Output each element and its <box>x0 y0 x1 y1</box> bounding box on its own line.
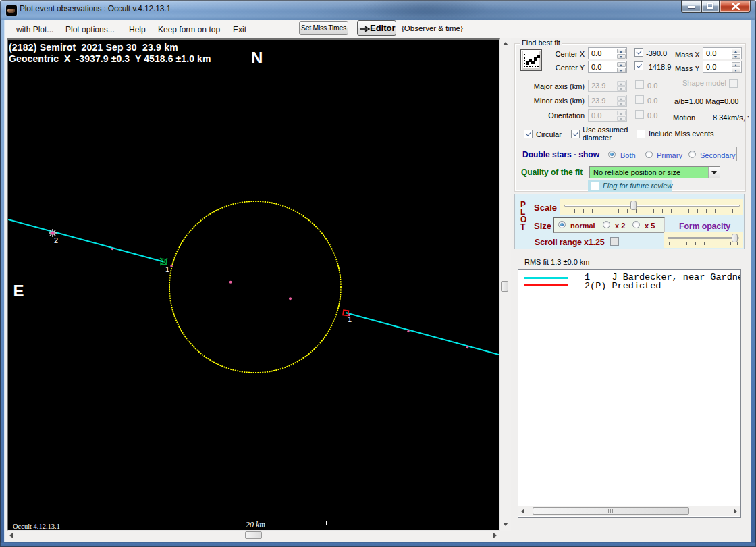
svg-text:2: 2 <box>54 236 58 244</box>
svg-text:N: N <box>251 49 263 67</box>
svg-text:1: 1 <box>348 315 352 323</box>
svg-text:20 km: 20 km <box>246 520 265 529</box>
svg-text:Geocentric X -3937.9 ±0.3 Y: Geocentric X -3937.9 ±0.3 Y 4518.6 ±1.0 … <box>9 53 211 64</box>
svg-text:(2182) Semirot 2021 Sep 30 2: (2182) Semirot 2021 Sep 30 23.9 km <box>9 42 178 53</box>
svg-text:E: E <box>14 282 24 300</box>
svg-text:1: 1 <box>165 265 169 274</box>
svg-text:Occult 4.12.13.1: Occult 4.12.13.1 <box>13 523 60 529</box>
